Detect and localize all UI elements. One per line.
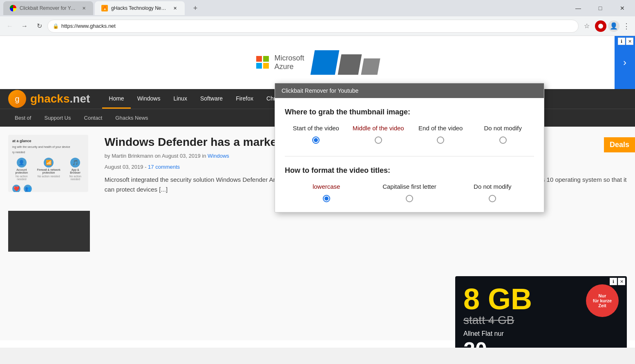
popup-divider [285, 156, 534, 156]
page-content: MicrosoftAzure › ℹ ✕ [0, 36, 635, 348]
tab-ghacks-favicon: 🔥 [101, 5, 108, 11]
thumb-icon-1: 👤 Account protection No action needed [12, 158, 31, 181]
account-icon: 👤 [17, 158, 27, 167]
thumbnail-end-radio[interactable] [437, 136, 444, 144]
article-ad-section: ℹ ✕ 8 GB statt 4 GB Allnet Flat nur 20 0… [455, 276, 627, 348]
browser-frame: Clickbait Remover for Youtube - ✕ 🔥 gHac… [0, 0, 635, 364]
thumbnail-no-modify-radio[interactable] [499, 136, 507, 144]
deals-button[interactable]: Deals [604, 137, 635, 152]
site-name: ghacks.net [30, 92, 90, 105]
thumbnail-start-radio[interactable] [312, 136, 320, 144]
forward-button[interactable]: → [18, 20, 31, 33]
thumbnail-option-middle: Middle of the video [347, 125, 410, 144]
ad-inner: MicrosoftAzure [248, 42, 387, 83]
tab-cbr[interactable]: Clickbait Remover for Youtube - ✕ [3, 1, 93, 15]
profile-button[interactable]: 👤 [608, 20, 619, 32]
article-ad-close[interactable]: ✕ [618, 278, 625, 285]
thumb-subtitle: ing with the security and health of your… [12, 145, 84, 148]
network-label: Firewall & network protection [34, 168, 63, 174]
tab-cbr-label: Clickbait Remover for Youtube - [20, 5, 76, 11]
cube-3 [361, 58, 380, 75]
ms-cell-yellow [263, 63, 269, 69]
ms-cell-red [256, 56, 262, 62]
nav-link-home[interactable]: Home [102, 89, 130, 109]
format-no-modify-label: Do not modify [474, 183, 512, 190]
format-option-no-modify: Do not modify [451, 183, 534, 202]
thumb-icon-2: 📶 Firewall & network protection No actio… [34, 158, 63, 181]
new-tab-button[interactable]: + [190, 2, 201, 14]
popup-header: Clickbait Remover for Youtube [275, 83, 544, 98]
tab-cbr-close[interactable]: ✕ [81, 5, 87, 11]
ms-azure-logo: MicrosoftAzure [256, 54, 304, 71]
format-lowercase-label: lowercase [313, 183, 340, 190]
format-option-lowercase: lowercase [285, 183, 368, 202]
thumbnail-start-label: Start of the video [293, 125, 339, 132]
maximize-button[interactable]: □ [591, 2, 610, 14]
thumb-icons-row2: ❤️ 👥 [12, 185, 84, 192]
article-comments[interactable]: 17 comments [148, 164, 180, 170]
app-label: App & Browser [67, 168, 84, 174]
nav-link-software[interactable]: Software [194, 89, 229, 109]
ms-logo-grid [256, 56, 269, 69]
extension-icon [597, 22, 604, 30]
deals-label: Deals [610, 141, 629, 149]
sub-nav-ghacks-news[interactable]: Ghacks News [109, 109, 154, 127]
address-bar: ← → ↻ 🔒 https://www.ghacks.net ☆ 👤 ⋮ [0, 16, 635, 36]
article-ad-info[interactable]: ℹ [610, 278, 617, 285]
ms-azure-text: MicrosoftAzure [274, 54, 304, 71]
ad-close-button[interactable]: ✕ [626, 38, 633, 45]
thumbnail-middle-radio[interactable] [375, 136, 382, 144]
thumb-title: at a glance [12, 139, 84, 143]
thumb-icon-4: ❤️ [12, 185, 20, 192]
network-icon: 📶 [44, 158, 54, 167]
article-thumbnail: at a glance ing with the security and he… [8, 135, 88, 192]
popup-title: Clickbait Remover for Youtube [282, 87, 358, 94]
tab-ghacks-label: gHacks Technology News [111, 5, 167, 11]
format-capitalise-radio[interactable] [406, 195, 413, 202]
thumbnail-option-start: Start of the video [285, 125, 347, 144]
format-lowercase-radio[interactable] [323, 195, 330, 202]
sub-nav-support[interactable]: Support Us [38, 109, 77, 127]
close-button[interactable]: ✕ [613, 2, 632, 14]
ms-cell-green [263, 56, 269, 62]
ad-badge-line1: Nur [599, 293, 606, 298]
extension-button[interactable] [595, 20, 606, 32]
bookmark-button[interactable]: ☆ [580, 20, 593, 33]
tab-ghacks-close[interactable]: ✕ [172, 5, 178, 11]
site-name-highlight: ghacks [30, 92, 70, 105]
format-capitalise-label: Capitalise first letter [382, 183, 436, 190]
ad-badge-line2: für kurze [593, 298, 612, 303]
ad-badge: Nur für kurze Zeit [586, 284, 619, 317]
popup-body: Where to grab the thumbnail image: Start… [275, 98, 544, 212]
group-icon: 👥 [24, 185, 32, 192]
menu-button[interactable]: ⋮ [621, 22, 632, 31]
back-button[interactable]: ← [3, 20, 16, 33]
article2-thumbnail [8, 211, 90, 252]
site-domain: .net [70, 92, 90, 105]
network-status: No action needed [38, 175, 60, 178]
nav-link-firefox[interactable]: Firefox [229, 89, 260, 109]
thumb-icon-3: 🎵 App & Browser No action needed [67, 158, 84, 181]
tab-ghacks[interactable]: 🔥 gHacks Technology News ✕ [95, 1, 185, 15]
nav-link-linux[interactable]: Linux [167, 89, 193, 109]
thumbnail-end-label: End of the video [418, 125, 463, 132]
article-category[interactable]: Windows [208, 153, 229, 159]
window-controls: — □ ✕ [569, 2, 632, 14]
refresh-button[interactable]: ↻ [33, 20, 46, 33]
thumbnail-no-modify-label: Do not modify [484, 125, 522, 132]
sub-nav-best-of[interactable]: Best of [8, 109, 38, 127]
sub-nav-contact[interactable]: Contact [78, 109, 109, 127]
minimize-button[interactable]: — [569, 2, 588, 14]
article-author: Martin Brinkmann [112, 153, 153, 159]
format-no-modify-radio[interactable] [489, 195, 496, 202]
url-bar[interactable]: 🔒 https://www.ghacks.net [47, 20, 579, 33]
ad-info-button[interactable]: ℹ [618, 38, 625, 45]
ad-allnet-text: Allnet Flat nur [463, 330, 619, 337]
nav-link-windows[interactable]: Windows [131, 89, 167, 109]
title-section-title: How to format the video titles: [285, 166, 534, 175]
account-label: Account protection [12, 168, 31, 174]
cube-2 [338, 54, 362, 75]
thumbnail-section-title: Where to grab the thumbnail image: [285, 108, 534, 116]
thumbnail-option-no-modify: Do not modify [472, 125, 534, 144]
article-date2: August 03, 2019 [105, 164, 143, 170]
